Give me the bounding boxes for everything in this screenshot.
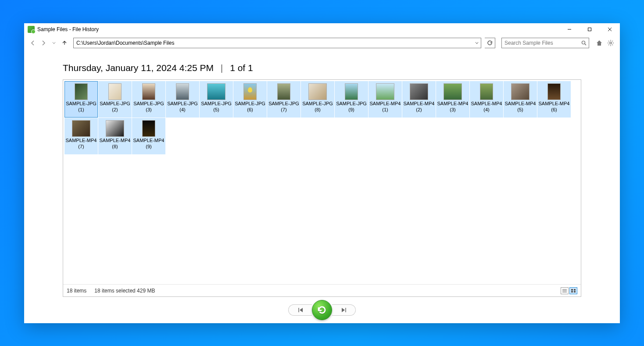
file-thumbnail: [444, 83, 462, 100]
file-item[interactable]: SAMPLE-MP4 (2): [402, 81, 436, 118]
file-thumbnail: [376, 83, 394, 100]
file-grid[interactable]: SAMPLE-JPG (1)SAMPLE-JPG (2)SAMPLE-JPG (…: [63, 80, 581, 284]
file-item[interactable]: SAMPLE-MP4 (3): [436, 81, 469, 118]
svg-rect-13: [574, 291, 576, 292]
file-name-label: SAMPLE-JPG (7): [268, 100, 300, 113]
navbar: [24, 36, 620, 50]
search-icon: [579, 40, 589, 46]
close-button[interactable]: [600, 23, 620, 36]
titlebar: Sample Files - File History: [24, 23, 620, 36]
refresh-button[interactable]: [485, 38, 495, 48]
status-bar: 18 items 18 items selected 429 MB: [63, 284, 581, 296]
file-item[interactable]: SAMPLE-JPG (7): [267, 81, 301, 118]
file-name-label: SAMPLE-JPG (4): [166, 100, 199, 113]
file-thumbnail: [547, 83, 561, 100]
file-thumbnail: [176, 83, 189, 100]
file-item[interactable]: SAMPLE-MP4 (7): [64, 118, 98, 154]
svg-rect-12: [571, 291, 573, 292]
file-item[interactable]: SAMPLE-JPG (6): [233, 81, 267, 118]
file-name-label: SAMPLE-MP4 (8): [99, 137, 131, 150]
details-view-button[interactable]: [561, 287, 569, 294]
file-item[interactable]: SAMPLE-MP4 (8): [98, 118, 132, 154]
file-item[interactable]: SAMPLE-MP4 (6): [537, 81, 571, 118]
file-item[interactable]: SAMPLE-JPG (4): [166, 81, 199, 118]
window-title: Sample Files - File History: [37, 26, 99, 32]
file-name-label: SAMPLE-MP4 (3): [436, 100, 469, 113]
file-thumbnail: [72, 120, 90, 137]
file-thumbnail: [345, 83, 358, 100]
file-thumbnail: [142, 120, 155, 137]
address-dropdown-button[interactable]: [473, 38, 481, 48]
content-area: Thursday, January 11, 2024 4:25 PM | 1 o…: [24, 50, 620, 323]
version-header: Thursday, January 11, 2024 4:25 PM | 1 o…: [63, 55, 581, 79]
file-item[interactable]: SAMPLE-JPG (9): [335, 81, 368, 118]
back-button[interactable]: [29, 39, 37, 47]
app-icon: [28, 26, 35, 33]
file-name-label: SAMPLE-MP4 (6): [538, 100, 570, 113]
recent-locations-button[interactable]: [50, 39, 58, 47]
bottom-controls: [63, 297, 581, 323]
file-item[interactable]: SAMPLE-JPG (8): [301, 81, 334, 118]
thumbnails-view-button[interactable]: [569, 287, 577, 294]
svg-point-6: [610, 42, 612, 44]
version-position: 1 of 1: [230, 63, 253, 73]
file-thumbnail: [308, 83, 327, 100]
search-input[interactable]: [502, 40, 579, 46]
file-name-label: SAMPLE-JPG (6): [234, 100, 266, 113]
address-bar[interactable]: [73, 38, 481, 48]
file-history-window: Sample Files - File History: [24, 23, 620, 323]
up-button[interactable]: [60, 39, 69, 47]
file-thumbnail: [480, 83, 493, 100]
file-thumbnail: [277, 83, 290, 100]
file-thumbnail: [106, 120, 124, 137]
minimize-button[interactable]: [559, 23, 580, 36]
previous-version-button[interactable]: [288, 304, 312, 316]
file-thumbnail: [511, 83, 530, 100]
file-name-label: SAMPLE-MP4 (5): [504, 100, 537, 113]
view-buttons: [561, 287, 577, 294]
file-thumbnail: [75, 83, 88, 100]
file-item[interactable]: SAMPLE-MP4 (9): [132, 118, 165, 154]
file-name-label: SAMPLE-MP4 (2): [403, 100, 435, 113]
separator: |: [221, 63, 223, 73]
forward-button[interactable]: [39, 39, 48, 47]
file-name-label: SAMPLE-JPG (2): [99, 100, 131, 113]
item-count: 18 items: [67, 288, 86, 294]
window-controls: [559, 23, 620, 36]
file-item[interactable]: SAMPLE-JPG (5): [200, 81, 233, 118]
file-item[interactable]: SAMPLE-JPG (2): [98, 81, 132, 118]
file-thumbnail: [243, 83, 257, 100]
file-pane: SAMPLE-JPG (1)SAMPLE-JPG (2)SAMPLE-JPG (…: [63, 79, 581, 297]
file-name-label: SAMPLE-JPG (8): [301, 100, 334, 113]
file-item[interactable]: SAMPLE-MP4 (4): [470, 81, 503, 118]
restore-button[interactable]: [312, 300, 332, 320]
file-name-label: SAMPLE-JPG (1): [65, 100, 97, 113]
settings-button[interactable]: [606, 38, 615, 48]
file-item[interactable]: SAMPLE-JPG (3): [132, 81, 165, 118]
selection-info: 18 items selected 429 MB: [94, 288, 155, 294]
address-input[interactable]: [74, 40, 473, 46]
svg-rect-1: [588, 28, 591, 31]
file-item[interactable]: SAMPLE-JPG (1): [64, 81, 98, 118]
search-box[interactable]: [501, 38, 589, 48]
file-name-label: SAMPLE-JPG (5): [200, 100, 233, 113]
file-name-label: SAMPLE-JPG (9): [335, 100, 368, 113]
svg-rect-10: [571, 289, 573, 291]
file-name-label: SAMPLE-MP4 (1): [369, 100, 401, 113]
file-name-label: SAMPLE-MP4 (9): [132, 137, 165, 150]
svg-rect-11: [574, 289, 576, 291]
file-thumbnail: [108, 83, 122, 100]
file-thumbnail: [142, 83, 155, 100]
svg-line-5: [585, 44, 586, 45]
file-name-label: SAMPLE-MP4 (4): [470, 100, 503, 113]
file-item[interactable]: SAMPLE-MP4 (1): [369, 81, 402, 118]
file-item[interactable]: SAMPLE-MP4 (5): [504, 81, 537, 118]
file-thumbnail: [207, 83, 225, 100]
maximize-button[interactable]: [580, 23, 600, 36]
file-thumbnail: [410, 83, 428, 100]
home-button[interactable]: [594, 38, 604, 48]
svg-point-4: [582, 41, 585, 44]
next-version-button[interactable]: [332, 304, 356, 316]
file-name-label: SAMPLE-MP4 (7): [65, 137, 97, 150]
file-name-label: SAMPLE-JPG (3): [132, 100, 165, 113]
